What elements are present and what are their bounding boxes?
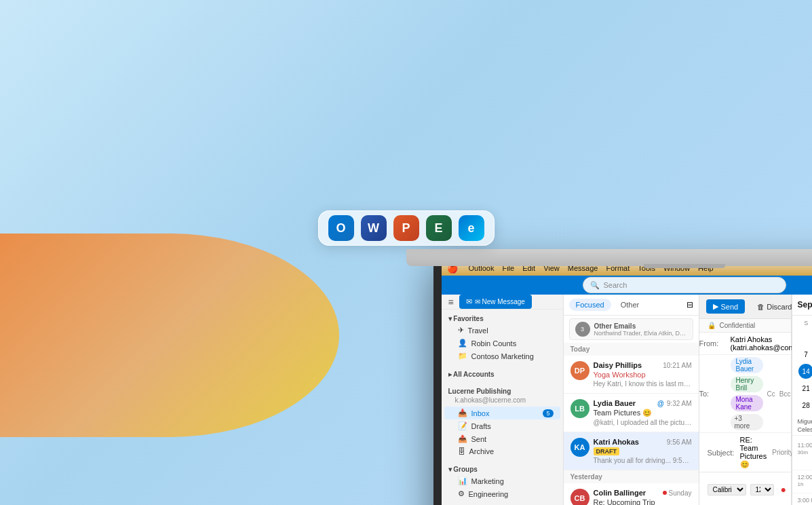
new-message-label: ✉ New Message [475, 298, 525, 305]
all-day-event-1[interactable]: Miguel Garcia - Out o... [798, 417, 813, 426]
other-tab[interactable]: Other [614, 299, 646, 311]
search-icon: 🔍 [590, 281, 600, 290]
lucerne-email: k.ahokas@lucerne.com [442, 396, 563, 407]
laptop-base [406, 249, 813, 266]
preview-daisy: Hey Katri, I know this is last minute... [594, 380, 692, 388]
sidebar-item-travel[interactable]: ✈ Travel [444, 324, 560, 337]
time-katri: 9:56 AM [667, 438, 692, 446]
date-separator-yesterday: Yesterday [564, 470, 699, 483]
engineering-icon: ⚙ [458, 489, 465, 498]
sidebar: ≡ ✉ ✉ New Message ▾ Favorites ✈ [442, 295, 564, 505]
from-field: From: Katri Ahokas (katri.ahokas@contoso… [699, 333, 791, 355]
cal-time-3pm: 3:00 PM1h [798, 495, 813, 505]
dock-edge[interactable]: e [459, 215, 484, 241]
priority-label[interactable]: Priority [772, 449, 793, 456]
sidebar-item-engineering[interactable]: ⚙ Engineering [444, 487, 560, 500]
search-bar[interactable]: 🔍 Search [583, 277, 786, 293]
folder-icon: 📁 [458, 352, 467, 360]
font-select[interactable]: Calibri [708, 484, 746, 495]
email-item-colin[interactable]: CB Colin Ballinger Sunday Re: Upcoming [564, 483, 699, 505]
recipient-lydia[interactable]: Lydia Bauer [731, 357, 763, 373]
lock-icon: 🔒 [708, 322, 716, 329]
marketing-icon: 📊 [458, 476, 467, 485]
discard-button[interactable]: 🗑 Discard [753, 301, 796, 313]
dock-excel[interactable]: E [426, 215, 452, 241]
word-icon-letter: W [368, 221, 379, 236]
archive-icon: 🗄 [458, 447, 465, 455]
cal-date-empty1[interactable] [798, 330, 812, 345]
sidebar-item-drafts[interactable]: 📝 Drafts [444, 419, 560, 432]
recipient-mona[interactable]: Mona Kane [731, 395, 763, 411]
sender-daisy: Daisy Phillips [594, 361, 642, 369]
cal-event-intern[interactable]: 11:00 AM30m Intern Meet & ... ⊙ Lucerne … [792, 438, 813, 470]
preview-lydia: @katri, I uploaded all the pictures from… [594, 419, 692, 426]
cal-date-21[interactable]: 21 [798, 381, 812, 396]
time-lydia: @9:32 AM [657, 400, 691, 407]
sidebar-item-inbox[interactable]: 📥 Inbox 5 [444, 407, 560, 419]
cal-event-review[interactable]: 3:00 PM1h Review with North... ⊙ Confere… [792, 493, 813, 505]
avatar-lydia: LB [571, 399, 589, 418]
edge-icon-letter: e [467, 221, 474, 236]
groups-section: ▾ Groups 📊 Marketing ⚙ Engineering [442, 460, 563, 503]
dock: O W P E e [318, 210, 495, 246]
sender-lydia: Lydia Bauer [594, 399, 636, 407]
focused-tab[interactable]: Focused [569, 299, 611, 311]
background-decoration [0, 233, 339, 437]
sender-katri: Katri Ahokas [594, 438, 639, 446]
sidebar-item-marketing[interactable]: 📊 Marketing [444, 474, 560, 487]
cal-days-header: S M T W T F S [798, 318, 813, 328]
bcc-button[interactable]: Bcc [779, 390, 791, 398]
to-field[interactable]: To: Lydia Bauer Henry Brill Mona Kane +3… [699, 355, 791, 433]
sidebar-item-sent[interactable]: 📤 Sent [444, 432, 560, 445]
dock-outlook[interactable]: O [328, 215, 354, 241]
compose-toolbar: ▶ Send 🗑 Discard 📎 Attach ✒ [699, 295, 791, 319]
calendar-header: September [792, 295, 813, 316]
cal-date-28[interactable]: 28 [798, 398, 812, 413]
outlook-icon-letter: O [336, 221, 345, 236]
inbox-badge: 5 [543, 409, 553, 417]
time-daisy: 10:21 AM [663, 362, 691, 369]
cal-date-14-today[interactable]: 14 [798, 364, 812, 379]
cc-bcc-controls: Cc Bcc [767, 390, 791, 398]
font-size-select[interactable]: 12 [750, 484, 774, 495]
all-accounts-header[interactable]: ▸ All Accounts [442, 368, 563, 379]
grouped-emails-header[interactable]: 3 Other Emails Northwind Trader, Elvia A… [569, 318, 693, 340]
recipient-henry[interactable]: Henry Brill [731, 376, 763, 392]
sidebar-item-archive[interactable]: 🗄 Archive [444, 445, 560, 457]
sidebar-item-contoso[interactable]: 📁 Contoso Marketing [444, 350, 560, 362]
group-label: Other Emails [594, 322, 687, 330]
cc-button[interactable]: Cc [767, 390, 775, 398]
calendar-grid: S M T W T F S 1 2 [792, 316, 813, 416]
color-button[interactable]: ● [778, 483, 789, 496]
sidebar-item-robin[interactable]: 👤 Robin Counts [444, 337, 560, 350]
calendar-panel: September S M T W T F S [792, 295, 813, 505]
preview-katri: Thank you all for driving... 9:56 AM [594, 457, 692, 464]
cal-time-12pm: 12:00 PM1h [798, 472, 813, 487]
app-searchbar-container: 🔍 Search [442, 276, 813, 295]
email-item-daisy[interactable]: DP Daisy Phillips 10:21 AM Yoga Workshop… [564, 356, 699, 394]
all-day-events: Miguel Garcia - Out o... Celeste's Birth… [792, 416, 813, 436]
travel-icon: ✈ [458, 326, 464, 335]
cal-date-7[interactable]: 7 [798, 347, 812, 362]
dock-word[interactable]: W [361, 215, 387, 241]
all-day-event-2[interactable]: Celeste's Birthday [798, 426, 813, 434]
dock-powerpoint[interactable]: P [393, 215, 419, 241]
cal-event-team-lunch[interactable]: 12:00 PM1h Team Lunch ⊙ Lucerne Publishi… [792, 470, 813, 493]
inbox-icon: 📥 [458, 409, 467, 417]
laptop-screen: 🍎 Outlook File Edit View Message Format … [433, 252, 813, 505]
to-label: To: [699, 390, 727, 398]
email-tabs: Focused Other ⊟ [564, 295, 699, 316]
search-placeholder: Search [604, 281, 627, 289]
filter-icon[interactable]: ⊟ [687, 300, 693, 310]
lucerne-header[interactable]: Lucerne Publishing [442, 385, 563, 396]
subject-daisy: Yoga Workshop [594, 371, 692, 379]
new-message-button[interactable]: ✉ ✉ New Message [459, 295, 532, 309]
email-item-katri-draft[interactable]: KA Katri Ahokas 9:56 AM DRAFT Thank you … [564, 432, 699, 470]
email-item-lydia[interactable]: LB Lydia Bauer @9:32 AM Team Pictures 😊 … [564, 394, 699, 432]
hamburger-icon[interactable]: ≡ [448, 297, 454, 307]
send-button[interactable]: ▶ Send [706, 299, 746, 314]
recipients-more[interactable]: +3 more [731, 414, 763, 430]
favorites-header[interactable]: ▾ Favorites [442, 312, 563, 324]
email-list: Focused Other ⊟ 3 Other Emails North [564, 295, 699, 505]
groups-header[interactable]: ▾ Groups [442, 463, 563, 474]
